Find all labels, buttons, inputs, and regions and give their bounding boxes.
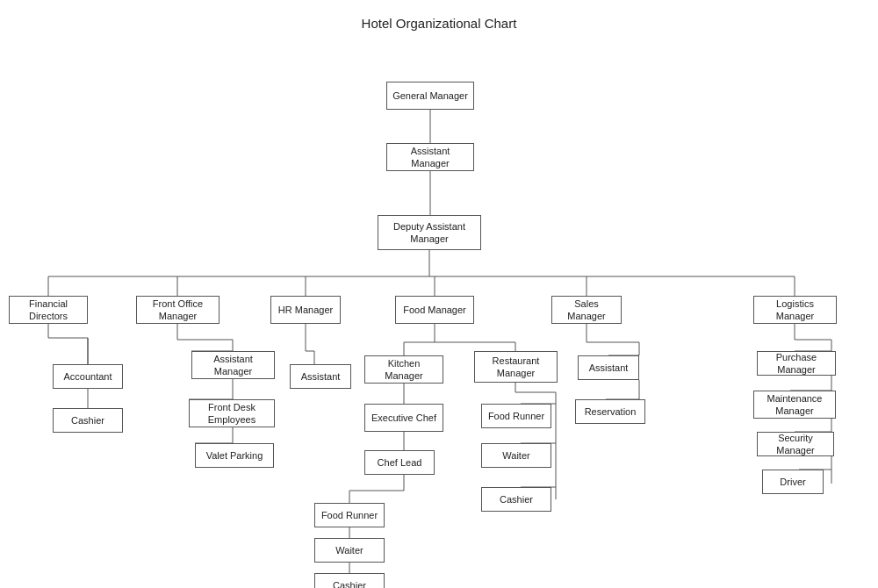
node-financial-directors: Financial Directors bbox=[9, 296, 88, 324]
node-accountant: Accountant bbox=[53, 364, 123, 389]
node-cashier-fin: Cashier bbox=[53, 408, 123, 433]
node-logistics-manager: Logistics Manager bbox=[753, 296, 837, 324]
node-restaurant-manager: Restaurant Manager bbox=[474, 351, 558, 383]
node-reservation: Reservation bbox=[575, 399, 645, 424]
node-driver: Driver bbox=[762, 470, 824, 494]
node-front-desk-employees: Front Desk Employees bbox=[189, 399, 275, 427]
node-food-runner-rest: Food Runner bbox=[481, 404, 551, 428]
node-assistant-hr: Assistant bbox=[290, 364, 351, 389]
node-deputy-assistant-manager: Deputy Assistant Manager bbox=[378, 215, 481, 250]
node-front-office-manager: Front Office Manager bbox=[136, 296, 220, 324]
node-executive-chef: Executive Chef bbox=[364, 404, 443, 432]
node-cashier-rest: Cashier bbox=[481, 487, 551, 512]
org-chart: General Manager Assistant Manager Deputy… bbox=[0, 39, 878, 588]
chart-title: Hotel Organizational Chart bbox=[0, 0, 878, 39]
node-maintenance-manager: Maintenance Manager bbox=[753, 391, 836, 419]
node-kitchen-manager: Kitchen Manager bbox=[364, 355, 443, 384]
node-security-manager: Security Manager bbox=[757, 432, 834, 456]
node-food-runner-kitchen: Food Runner bbox=[314, 503, 385, 527]
node-waiter-rest: Waiter bbox=[481, 443, 551, 468]
node-purchase-manager: Purchase Manager bbox=[757, 351, 836, 376]
node-hr-manager: HR Manager bbox=[270, 296, 341, 324]
node-cashier-kitchen: Cashier bbox=[314, 573, 385, 588]
node-assistant-sales: Assistant bbox=[578, 355, 639, 380]
node-chef-lead: Chef Lead bbox=[364, 450, 435, 475]
node-valet-parking: Valet Parking bbox=[195, 443, 274, 468]
node-waiter-kitchen: Waiter bbox=[314, 538, 385, 563]
node-asst-manager-fo: Assistant Manager bbox=[191, 351, 275, 379]
node-assistant-manager-top: Assistant Manager bbox=[386, 143, 474, 171]
node-general-manager: General Manager bbox=[386, 82, 474, 110]
node-food-manager: Food Manager bbox=[395, 296, 474, 324]
node-sales-manager: Sales Manager bbox=[551, 296, 622, 324]
